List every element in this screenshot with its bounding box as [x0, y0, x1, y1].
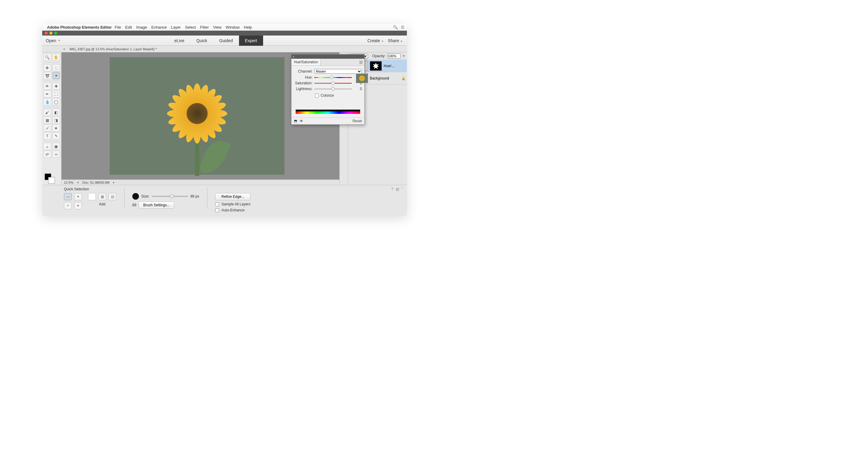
auto-enhance-checkbox[interactable] — [215, 208, 219, 212]
brush-swatch-3[interactable]: ▤ — [108, 193, 116, 200]
menu-enhance[interactable]: Enhance — [151, 25, 167, 30]
blur-tool-icon[interactable]: 💧 — [43, 98, 51, 105]
refine-edge-button[interactable]: Refine Edge... — [215, 193, 250, 200]
marquee-tool-icon[interactable]: ◌ — [53, 64, 60, 71]
zoom-level[interactable]: 12.5% — [64, 181, 73, 184]
menu-filter[interactable]: Filter — [200, 25, 209, 30]
menu-layer[interactable]: Layer — [171, 25, 181, 30]
document-tab[interactable]: IMG_4307.jpg @ 12.5% (Hue/Saturation 1, … — [67, 47, 159, 51]
menu-select[interactable]: Select — [185, 25, 196, 30]
tab-elive[interactable]: eLive — [168, 36, 190, 46]
smart-brush-tool-icon[interactable]: ✒ — [43, 90, 51, 98]
saturation-slider[interactable] — [314, 81, 352, 85]
brush-settings-button[interactable]: Brush Settings... — [138, 201, 174, 209]
size-value: 89 px — [190, 194, 199, 198]
add-label: Add — [99, 202, 105, 206]
menu-image[interactable]: Image — [136, 25, 147, 30]
tab-quick[interactable]: Quick — [190, 36, 213, 46]
sample-all-layers-label: Sample All Layers — [221, 202, 250, 206]
panel-tab[interactable]: Hue/Saturation — [291, 59, 321, 65]
mode-subtract-selection-icon[interactable]: ✧ — [64, 202, 72, 209]
healing-tool-icon[interactable]: ✚ — [53, 82, 60, 90]
zoom-tool-icon[interactable]: 🔍 — [43, 54, 51, 61]
zoom-prev-icon[interactable]: ◂ — [76, 180, 80, 184]
brush-swatch-1[interactable] — [88, 193, 96, 200]
reset-button[interactable]: Reset — [352, 119, 362, 123]
lightness-value: 0 — [353, 87, 362, 91]
shape-tool-icon[interactable]: ★ — [53, 124, 60, 132]
hue-slider[interactable] — [314, 76, 352, 79]
quick-selection-tool-icon[interactable]: ✦ — [53, 72, 60, 79]
brush-swatch-2[interactable]: ▦ — [98, 193, 106, 200]
background-swatch[interactable] — [48, 177, 55, 184]
move-tool-icon[interactable]: ✥ — [43, 64, 51, 71]
paint-bucket-tool-icon[interactable]: ▦ — [43, 116, 51, 124]
clip-to-layer-icon[interactable]: ⬒ — [294, 119, 297, 123]
sample-all-layers-checkbox[interactable] — [215, 202, 219, 206]
close-window-icon[interactable] — [44, 32, 48, 35]
recompose-tool-icon[interactable]: ▣ — [53, 143, 60, 150]
hue-strip-bottom — [296, 111, 360, 114]
window-chrome — [42, 31, 407, 36]
layer-name[interactable]: Background — [370, 76, 400, 80]
eraser-tool-icon[interactable]: ◧ — [53, 109, 60, 116]
color-swatches[interactable] — [44, 173, 55, 184]
main-area: 🔍✋ ✥◌ ➰✦ 👁✚ ✒⛶ 💧◯ 🖌◧ ▦◨ 💉★ T✎ ⟁▣ ⇄═ — [42, 53, 407, 185]
type-tool-icon[interactable]: T — [43, 132, 51, 139]
opacity-chevron-icon[interactable]: ▼ — [402, 55, 405, 58]
chevron-down-icon: ▼ — [400, 40, 403, 43]
menu-edit[interactable]: Edit — [125, 25, 132, 30]
gradient-tool-icon[interactable]: ◨ — [53, 116, 60, 124]
search-icon[interactable]: 🔍 — [393, 25, 398, 30]
zoom-next-icon[interactable]: ▸ — [112, 180, 116, 184]
tab-guided[interactable]: Guided — [213, 36, 239, 46]
panel-menu-icon[interactable]: ▤ — [358, 59, 364, 65]
open-menu[interactable]: Open ▼ — [42, 38, 64, 43]
colorize-checkbox[interactable] — [315, 94, 319, 98]
pencil-tool-icon[interactable]: ✎ — [53, 132, 60, 139]
redeye-tool-icon[interactable]: 👁 — [43, 82, 51, 90]
layer-row[interactable]: 👁 Background 🔒 — [348, 72, 407, 84]
hue-saturation-panel[interactable]: × Hue/Saturation ▤ Channel: Master Hue: … — [291, 54, 365, 125]
size-slider[interactable] — [152, 196, 188, 197]
menu-help[interactable]: Help — [244, 25, 252, 30]
clone-stamp-tool-icon[interactable]: ⛶ — [53, 90, 60, 98]
auto-enhance-label: Auto-Enhance — [221, 208, 244, 212]
collapse-icon[interactable]: ˅ — [401, 187, 403, 191]
options-menu-icon[interactable]: ▤ — [396, 187, 399, 191]
tab-expert[interactable]: Expert — [239, 36, 263, 46]
zoom-window-icon[interactable] — [54, 32, 57, 35]
menu-file[interactable]: File — [115, 25, 121, 30]
menu-extra-icon[interactable]: ☰ — [401, 25, 404, 30]
size-number[interactable]: 89 — [132, 203, 136, 207]
brush-preview-icon[interactable] — [132, 193, 139, 200]
straighten-tool-icon[interactable]: ═ — [53, 150, 60, 158]
mode-add-selection-icon[interactable]: ✦ — [74, 193, 82, 200]
tool-palette: 🔍✋ ✥◌ ➰✦ 👁✚ ✒⛶ 💧◯ 🖌◧ ▦◨ 💉★ T✎ ⟁▣ ⇄═ — [42, 53, 61, 185]
content-aware-tool-icon[interactable]: ⇄ — [43, 150, 51, 158]
mode-intersect-selection-icon[interactable]: ✦ — [74, 202, 82, 209]
crop-tool-icon[interactable]: ⟁ — [43, 143, 51, 150]
close-tab-icon[interactable]: × — [63, 47, 65, 51]
create-menu[interactable]: Create ▼ — [367, 38, 384, 43]
sponge-tool-icon[interactable]: ◯ — [53, 98, 60, 105]
mode-new-selection-icon[interactable]: ▭ — [64, 193, 72, 200]
visibility-icon[interactable]: 👁 — [300, 119, 303, 123]
minimize-window-icon[interactable] — [50, 32, 53, 35]
eyedropper-tool-icon[interactable]: 💉 — [43, 124, 51, 132]
share-menu[interactable]: Share ▼ — [388, 38, 403, 43]
document-tab-strip: × IMG_4307.jpg @ 12.5% (Hue/Saturation 1… — [42, 46, 407, 53]
brush-tool-icon[interactable]: 🖌 — [43, 109, 51, 116]
canvas[interactable]: 12.5% ◂ Doc: 51.3M/58.8M ▸ × Hue/Saturat… — [61, 53, 339, 185]
opacity-input[interactable] — [387, 54, 401, 59]
help-icon[interactable]: ? — [391, 187, 393, 191]
mask-thumb[interactable] — [370, 61, 382, 71]
menu-window[interactable]: Window — [226, 25, 240, 30]
lightness-slider[interactable] — [314, 87, 352, 91]
lasso-tool-icon[interactable]: ➰ — [43, 72, 51, 79]
panel-close-icon[interactable]: × — [293, 55, 294, 59]
hand-tool-icon[interactable]: ✋ — [53, 54, 60, 61]
channel-select[interactable]: Master — [314, 69, 362, 74]
layer-name[interactable]: Hue/... — [384, 64, 406, 68]
menu-view[interactable]: View — [213, 25, 221, 30]
